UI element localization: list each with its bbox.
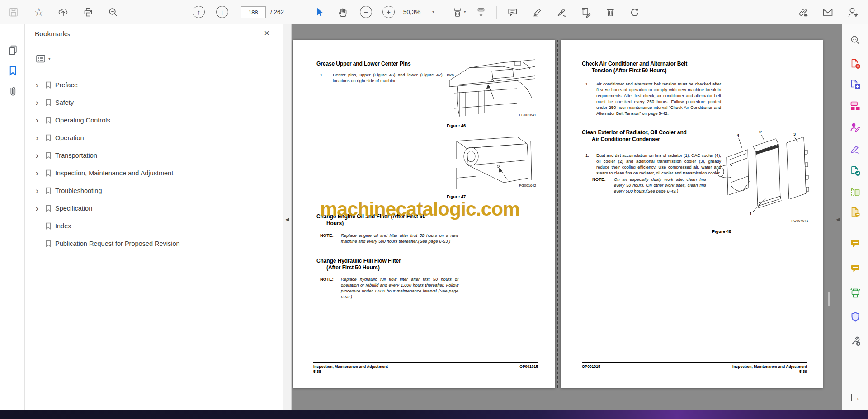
bookmark-item-operation[interactable]: › Operation xyxy=(25,129,283,146)
share-upload-icon[interactable] xyxy=(57,6,70,19)
bookmark-label[interactable]: Transportation xyxy=(55,152,97,159)
options-caret-icon: ▾ xyxy=(48,56,51,61)
note-block: NOTE: Replace hydraulic full flow filter… xyxy=(320,276,461,300)
star-icon[interactable]: ☆ xyxy=(33,6,45,19)
bookmark-icon xyxy=(44,116,54,124)
bookmark-label[interactable]: Operating Controls xyxy=(55,117,110,124)
bookmark-item-transportation[interactable]: › Transportation xyxy=(25,146,283,164)
bookmark-item-index[interactable]: Index xyxy=(25,217,283,235)
highlight-tool-icon[interactable] xyxy=(531,6,543,19)
note-text: Replace hydraulic full flow filter after… xyxy=(341,276,458,300)
page-total-label: / 262 xyxy=(270,9,284,15)
bookmark-label[interactable]: Index xyxy=(55,222,71,230)
comment-tool-icon[interactable] xyxy=(506,6,519,19)
hand-tool-icon[interactable] xyxy=(336,6,349,19)
figure-47-drawing: FG001642 xyxy=(447,133,538,191)
numbered-item: 1. Air conditioner and alternator belt t… xyxy=(585,81,721,116)
more-tools-icon[interactable] xyxy=(849,334,861,347)
export-pdf-icon[interactable] xyxy=(849,78,861,90)
bookmark-item-inspection[interactable]: › Inspection, Maintenance and Adjustment xyxy=(25,164,283,182)
pdf-page-5-38: Grease Upper and Lower Center Pins 1. Ce… xyxy=(293,40,555,388)
zoom-in-button[interactable]: + xyxy=(382,6,395,18)
expand-chevron-icon[interactable]: › xyxy=(33,133,42,142)
expand-chevron-icon[interactable]: › xyxy=(33,169,42,177)
bookmark-item-troubleshooting[interactable]: › Troubleshooting xyxy=(25,182,283,199)
comments-panel-icon[interactable] xyxy=(849,262,861,274)
protect-icon[interactable] xyxy=(849,311,861,323)
request-signatures-icon[interactable] xyxy=(849,121,861,133)
item-number: 1. xyxy=(585,153,596,176)
expand-chevron-icon[interactable]: › xyxy=(33,80,42,89)
sign-tool-icon[interactable] xyxy=(555,6,568,19)
bookmark-label[interactable]: Operation xyxy=(55,134,84,141)
bookmark-item-operating-controls[interactable]: › Operating Controls xyxy=(25,111,283,129)
panel-scrollbar-strip[interactable]: ◀ xyxy=(283,24,292,410)
expand-chevron-icon[interactable]: › xyxy=(33,151,42,160)
section-heading: Clean Exterior of Radiator, Oil Cooler a… xyxy=(582,129,726,143)
create-pdf-icon[interactable] xyxy=(849,57,861,70)
delete-page-icon[interactable] xyxy=(604,6,617,19)
collapse-left-panel-handle[interactable]: ◀ xyxy=(285,217,289,222)
bookmark-label[interactable]: Specification xyxy=(55,205,92,212)
callout-2: 2 xyxy=(760,130,762,134)
expand-chevron-icon[interactable]: › xyxy=(33,186,42,195)
comment-list-icon[interactable] xyxy=(849,237,861,249)
collapse-right-panel-handle[interactable]: ◀ xyxy=(836,217,840,222)
bookmark-label[interactable]: Publication Request for Proposed Revisio… xyxy=(55,240,180,247)
crop-pages-icon[interactable] xyxy=(849,185,861,198)
fit-width-caret-icon[interactable]: ▾ xyxy=(464,9,466,14)
heading-line: (After First 50 Hours) xyxy=(326,264,461,271)
bookmark-item-publication-request[interactable]: Publication Request for Proposed Revisio… xyxy=(25,235,283,252)
bookmark-label[interactable]: Safety xyxy=(55,99,74,106)
bookmark-label[interactable]: Preface xyxy=(55,81,78,89)
page-number-input[interactable] xyxy=(241,6,266,18)
insert-pages-icon[interactable] xyxy=(849,206,861,218)
expand-chevron-icon[interactable]: › xyxy=(33,98,42,107)
redo-icon[interactable] xyxy=(628,6,641,19)
email-icon[interactable] xyxy=(821,6,834,19)
organize-pages-icon[interactable] xyxy=(580,6,592,19)
add-user-icon[interactable] xyxy=(846,6,859,19)
bookmark-options-button[interactable]: ▾ xyxy=(35,53,51,64)
figure-caption: Figure 46 xyxy=(447,123,466,128)
select-tool-icon[interactable] xyxy=(313,6,326,19)
document-viewport[interactable]: Grease Upper and Lower Center Pins 1. Ce… xyxy=(292,24,842,410)
scrolling-mode-icon[interactable] xyxy=(475,6,487,19)
expand-arrow-glyph: → xyxy=(854,394,860,401)
next-page-button[interactable]: ↓ xyxy=(216,6,228,18)
fit-width-icon[interactable] xyxy=(451,6,464,19)
viewport-scrollbar-thumb[interactable] xyxy=(828,292,830,306)
fill-sign-icon[interactable] xyxy=(849,142,861,155)
zoom-out-button[interactable]: − xyxy=(360,6,372,18)
item-number: 1. xyxy=(585,81,596,116)
previous-page-button[interactable]: ↑ xyxy=(193,6,205,18)
bookmark-item-safety[interactable]: › Safety xyxy=(25,94,283,111)
bookmark-label[interactable]: Troubleshooting xyxy=(55,187,102,194)
print-icon[interactable] xyxy=(82,6,94,19)
note-text: Replace engine oil and filter after firs… xyxy=(341,232,458,244)
expand-chevron-icon[interactable]: › xyxy=(33,116,42,124)
marquee-zoom-icon[interactable] xyxy=(849,34,861,46)
bookmark-label[interactable]: Inspection, Maintenance and Adjustment xyxy=(55,169,173,177)
page-thumbnails-icon[interactable] xyxy=(6,43,19,56)
bookmark-item-preface[interactable]: › Preface xyxy=(25,76,283,94)
note-block: NOTE: Replace engine oil and filter afte… xyxy=(320,232,461,244)
bookmark-icon xyxy=(44,187,54,195)
expand-tools-panel-icon[interactable]: → xyxy=(849,391,861,404)
item-text: Center pins, upper (Figure 46) and lower… xyxy=(333,72,454,84)
save-icon[interactable] xyxy=(7,6,20,19)
search-icon[interactable] xyxy=(107,6,119,19)
bookmarks-panel-icon[interactable] xyxy=(6,64,19,77)
attachments-icon[interactable] xyxy=(6,85,19,98)
expand-chevron-icon[interactable]: › xyxy=(33,204,42,212)
send-track-icon[interactable] xyxy=(849,165,861,177)
zoom-level-value[interactable]: 50,3% xyxy=(398,9,426,15)
edit-pdf-icon[interactable] xyxy=(849,99,861,112)
bookmark-item-specification[interactable]: › Specification xyxy=(25,199,283,217)
share-link-icon[interactable] xyxy=(797,6,809,19)
zoom-caret-icon[interactable]: ▾ xyxy=(432,9,434,14)
print-production-icon[interactable] xyxy=(849,287,861,299)
figure-code: FG001641 xyxy=(519,113,536,117)
bookmark-icon xyxy=(44,169,54,177)
close-panel-icon[interactable]: × xyxy=(261,28,272,38)
